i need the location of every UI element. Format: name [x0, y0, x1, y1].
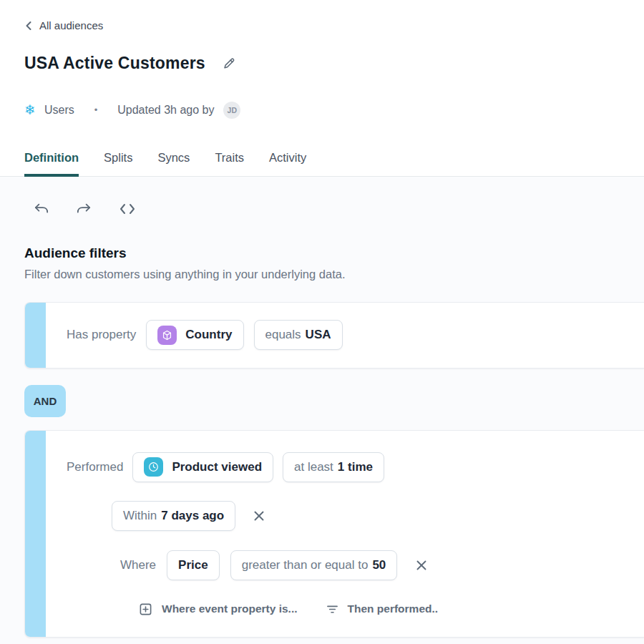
operator-chip-equals-usa[interactable]: equals USA	[254, 320, 343, 350]
code-view-button[interactable]	[118, 202, 137, 216]
chevron-left-icon	[24, 21, 33, 31]
updated-text: Updated 3h ago by	[117, 104, 214, 117]
operator-value: USA	[306, 328, 331, 342]
tab-splits[interactable]: Splits	[104, 151, 132, 177]
plus-square-icon	[139, 602, 152, 616]
window-value: 7 days ago	[161, 509, 224, 523]
audience-filters-subheading: Filter down customers using anything in …	[24, 268, 620, 281]
condition-card-has-property: Has property Country equals USA	[24, 302, 644, 369]
undo-icon	[34, 202, 49, 216]
count-value: 1 time	[338, 460, 373, 474]
event-property-chip-price[interactable]: Price	[167, 550, 220, 580]
page-header: All audiences USA Active Customers ❄ Use…	[0, 0, 644, 177]
tab-syncs[interactable]: Syncs	[157, 151, 190, 177]
undo-button[interactable]	[34, 202, 49, 216]
audience-filters-heading: Audience filters	[24, 245, 620, 261]
comparison-chip-gte-50[interactable]: greater than or equal to 50	[230, 550, 398, 580]
filter-lines-icon	[326, 604, 338, 615]
add-event-property-button[interactable]: Where event property is...	[139, 602, 298, 616]
count-chip-at-least-1-time[interactable]: at least 1 time	[283, 452, 384, 482]
event-chip-product-viewed[interactable]: Product viewed	[132, 452, 273, 482]
condition-prefix-label: Performed	[67, 460, 123, 474]
cube-icon	[157, 326, 177, 345]
window-operator-text: Within	[123, 509, 157, 523]
condition-accent-bar	[25, 431, 46, 637]
pencil-icon	[223, 57, 236, 70]
event-chip-label: Product viewed	[172, 460, 262, 474]
property-chip-label: Country	[185, 328, 232, 342]
close-icon	[414, 558, 429, 572]
definition-panel: Audience filters Filter down customers u…	[0, 177, 644, 644]
property-chip-country[interactable]: Country	[146, 320, 243, 350]
redo-button[interactable]	[76, 202, 92, 216]
meta-separator: •	[94, 104, 98, 115]
and-connector-badge[interactable]: AND	[24, 385, 66, 417]
avatar[interactable]: JD	[223, 102, 240, 119]
comparison-value: 50	[372, 558, 386, 572]
tab-activity[interactable]: Activity	[269, 151, 306, 177]
page-title: USA Active Customers	[24, 54, 205, 73]
audience-type-label: Users	[44, 104, 74, 117]
then-performed-label: Then performed..	[348, 602, 439, 615]
count-operator-text: at least	[294, 460, 333, 474]
condition-card-performed: Performed Product viewed at least 1 time	[24, 430, 644, 638]
code-brackets-icon	[118, 202, 137, 216]
then-performed-button[interactable]: Then performed..	[326, 602, 439, 615]
tab-definition[interactable]: Definition	[24, 151, 79, 177]
edit-title-button[interactable]	[221, 55, 238, 72]
condition-prefix-label: Has property	[67, 328, 136, 342]
remove-property-filter-button[interactable]	[414, 558, 429, 572]
remove-time-window-button[interactable]	[252, 509, 266, 523]
time-window-chip[interactable]: Within 7 days ago	[112, 501, 235, 531]
editor-toolbar	[0, 177, 644, 216]
back-link[interactable]: All audiences	[24, 19, 103, 31]
audience-meta: ❄ Users • Updated 3h ago by JD	[24, 102, 620, 119]
redo-icon	[76, 202, 92, 216]
comparison-operator-text: greater than or equal to	[242, 558, 369, 572]
condition-accent-bar	[25, 303, 46, 368]
event-property-label: Price	[178, 558, 208, 572]
tab-bar: Definition Splits Syncs Traits Activity	[0, 151, 644, 177]
clock-icon	[144, 457, 163, 477]
operator-text: equals	[265, 328, 301, 342]
add-event-property-label: Where event property is...	[162, 602, 298, 615]
where-label: Where	[120, 558, 156, 572]
snowflake-icon: ❄	[24, 103, 36, 117]
back-link-label: All audiences	[39, 19, 103, 31]
close-icon	[252, 509, 266, 523]
tab-traits[interactable]: Traits	[215, 151, 244, 177]
